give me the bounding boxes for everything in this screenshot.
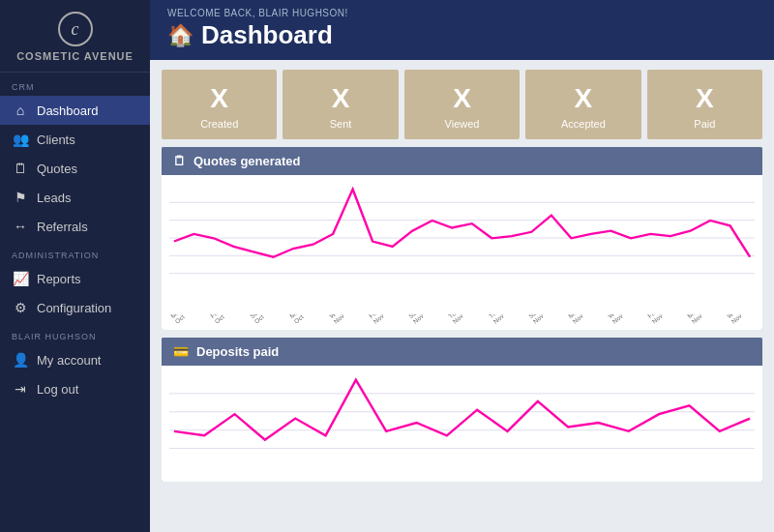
- chart-quotes-icon: 🗒: [173, 154, 186, 168]
- chart-deposits-title: Deposits paid: [196, 344, 279, 359]
- chart-deposits-icon: 💳: [173, 344, 189, 359]
- x-label: Fri 28th Oct: [209, 314, 240, 325]
- x-label: Wed 24th Nov: [726, 314, 755, 325]
- sidebar-item-leads[interactable]: ⚑ Leads: [0, 183, 150, 212]
- stat-sent-label: Sent: [330, 118, 352, 130]
- chart-quotes-body: Mon 25th OctFri 28th OctSun 30th OctMon …: [162, 175, 762, 330]
- referrals-icon: ↔: [12, 219, 29, 234]
- stat-sent: X Sent: [283, 70, 398, 139]
- stat-viewed-value: X: [453, 83, 471, 114]
- sidebar-label-configuration: Configuration: [37, 301, 111, 315]
- main-content: WELCOME BACK, BLAIR HUGHSON! 🏠 Dashboard…: [150, 0, 774, 532]
- stat-accepted-label: Accepted: [561, 118, 606, 130]
- page-title-row: 🏠 Dashboard: [167, 20, 757, 50]
- sidebar-item-quotes[interactable]: 🗒 Quotes: [0, 154, 150, 183]
- sidebar-item-dashboard[interactable]: ⌂ Dashboard: [0, 96, 150, 125]
- logo-text: COSMETIC AVENUE: [16, 50, 134, 62]
- stat-sent-value: X: [332, 83, 350, 114]
- sidebar-section-user: BLAIR HUGHSON: [0, 322, 150, 345]
- stat-viewed: X Viewed: [404, 70, 520, 139]
- header: WELCOME BACK, BLAIR HUGHSON! 🏠 Dashboard: [150, 0, 774, 60]
- x-label: Fri 5th Nov: [368, 314, 399, 325]
- sidebar-section-admin: ADMINISTRATION: [0, 241, 150, 264]
- x-label: Sat 13th Nov: [527, 314, 558, 325]
- sidebar-label-quotes: Quotes: [37, 162, 77, 176]
- sidebar-label-my-account: My account: [37, 353, 101, 368]
- leads-icon: ⚑: [12, 190, 29, 205]
- x-label: Mon 15th Nov: [567, 314, 598, 325]
- sidebar-item-clients[interactable]: 👥 Clients: [0, 125, 150, 154]
- x-label: Sun 7th Nov: [407, 314, 438, 325]
- stat-viewed-label: Viewed: [445, 118, 480, 130]
- chart-deposits-paid: 💳 Deposits paid: [162, 338, 762, 482]
- charts-area: 🗒 Quotes generated Mon 25th OctFri 28th …: [150, 147, 774, 532]
- logout-icon: ⇥: [12, 381, 29, 397]
- sidebar-label-dashboard: Dashboard: [37, 103, 99, 118]
- sidebar-item-my-account[interactable]: 👤 My account: [0, 345, 150, 374]
- sidebar-item-configuration[interactable]: ⚙ Configuration: [0, 293, 150, 322]
- x-label: Thu 11th Nov: [488, 314, 519, 325]
- stat-paid: X Paid: [647, 70, 762, 139]
- chart-quotes-title: Quotes generated: [194, 154, 301, 168]
- chart-deposits-header: 💳 Deposits paid: [162, 338, 762, 366]
- sidebar-label-log-out: Log out: [37, 382, 78, 397]
- chart-quotes-header: 🗒 Quotes generated: [162, 147, 762, 175]
- sidebar-label-leads: Leads: [37, 191, 71, 205]
- x-label: Mon 25th Oct: [169, 314, 200, 325]
- sidebar-label-referrals: Referrals: [37, 220, 88, 234]
- dashboard-home-icon: 🏠: [167, 23, 194, 48]
- sidebar-label-clients: Clients: [37, 133, 75, 147]
- sidebar-label-reports: Reports: [37, 272, 81, 286]
- stat-created: X Created: [162, 70, 277, 139]
- deposits-chart-svg: [169, 375, 755, 458]
- stat-paid-label: Paid: [694, 118, 715, 130]
- home-icon: ⌂: [12, 103, 29, 118]
- quotes-chart-svg: [169, 185, 755, 291]
- chart-deposits-body: [162, 366, 762, 482]
- sidebar: c COSMETIC AVENUE CRM ⌂ Dashboard 👥 Clie…: [0, 0, 150, 532]
- x-label: Wed 3rd Nov: [328, 314, 359, 325]
- sidebar-item-referrals[interactable]: ↔ Referrals: [0, 212, 150, 241]
- stat-created-value: X: [210, 83, 228, 114]
- welcome-text: WELCOME BACK, BLAIR HUGHSON!: [167, 8, 757, 18]
- reports-icon: 📈: [12, 271, 29, 286]
- configuration-icon: ⚙: [12, 300, 29, 315]
- stat-accepted: X Accepted: [525, 70, 640, 139]
- sidebar-item-log-out[interactable]: ⇥ Log out: [0, 374, 150, 403]
- x-label: Fri 19th Nov: [646, 314, 677, 325]
- x-label: Mon 1st Oct: [288, 314, 319, 325]
- x-label: Mon 22nd Nov: [686, 314, 717, 325]
- clients-icon: 👥: [12, 132, 29, 147]
- stat-accepted-value: X: [575, 83, 593, 114]
- quotes-x-labels: Mon 25th OctFri 28th OctSun 30th OctMon …: [169, 314, 755, 328]
- stats-row: X Created X Sent X Viewed X Accepted X P…: [150, 60, 774, 147]
- stat-created-label: Created: [200, 118, 238, 130]
- x-label: Wed 17th Nov: [607, 314, 638, 325]
- page-title: Dashboard: [201, 20, 333, 50]
- chart-quotes-generated: 🗒 Quotes generated Mon 25th OctFri 28th …: [162, 147, 762, 330]
- x-label: Sun 30th Oct: [249, 314, 280, 325]
- sidebar-item-reports[interactable]: 📈 Reports: [0, 264, 150, 293]
- stat-paid-value: X: [696, 83, 714, 114]
- logo-area: c COSMETIC AVENUE: [0, 0, 150, 73]
- quotes-icon: 🗒: [12, 161, 29, 176]
- sidebar-section-crm: CRM: [0, 73, 150, 96]
- account-icon: 👤: [12, 352, 29, 368]
- logo-icon: c: [58, 12, 93, 46]
- x-label: Tue 9th Nov: [447, 314, 478, 325]
